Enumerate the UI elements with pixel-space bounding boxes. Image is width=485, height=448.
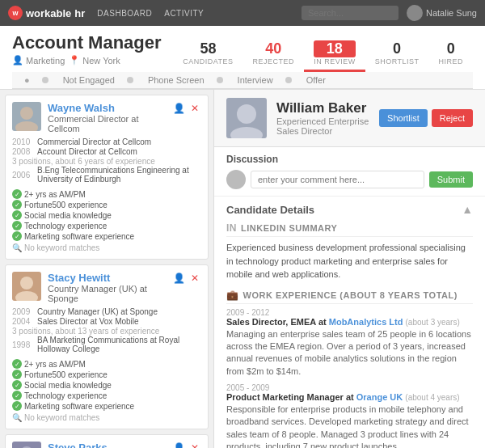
candidate-avatar-2 [12,442,41,448]
work-entry-1: 2005 - 2009 Product Marketing Manager at… [226,383,473,448]
linkedin-icon: in [226,222,237,234]
stat-hired-number: 0 [438,40,463,57]
comment-avatar [226,170,246,189]
stat-rejected[interactable]: 40 Rejected [243,36,305,72]
tags-1: ✓2+ yrs as AM/PM ✓Fortune500 experience … [12,359,134,411]
filter-icon: ● [24,75,30,85]
stat-rejected-label: Rejected [253,57,295,66]
page-title-section: Account Manager 👤 Marketing 📍 New York [12,32,162,66]
stat-inreview-number: 18 [314,40,356,57]
stat-shortlist[interactable]: 0 Shortlist [365,36,429,72]
breadcrumb: 👤 Marketing 📍 New York [12,55,162,66]
experience-list-0: 2010Commercial Director at Cellcom 2008A… [12,137,201,184]
tag-dot-1-1: ✓ [12,370,22,379]
logo-icon: w [8,6,23,20]
candidate-header-0: Wayne Walsh Commercial Director at Cellc… [12,102,201,133]
detail-header: William Baker Experienced Enterprise Sal… [214,90,485,147]
candidate-info-0: Wayne Walsh Commercial Director at Cellc… [48,102,166,133]
linkedin-title: in LinkedIn Summary [226,222,473,237]
comment-input[interactable] [251,171,424,188]
candidate-list: Wayne Walsh Commercial Director at Cellc… [0,90,214,448]
tag-dot-1-0: ✓ [12,359,22,369]
work-dates-1: 2005 - 2009 [226,383,473,392]
stat-inreview[interactable]: 18 In Review [304,36,365,72]
stat-hired-label: Hired [438,57,463,66]
filter-interview[interactable]: Interview [238,75,273,85]
filter-phone-screen[interactable]: Phone Screen [148,75,205,85]
candidate-info-1: Stacy Hewitt Country Manager (UK) at Spo… [48,272,166,303]
add-candidate-1[interactable]: 👤 [172,272,185,285]
tag-dot-1-4: ✓ [12,401,22,411]
briefcase-icon: 💼 [226,290,239,301]
filter-phone-screen-dot [127,77,133,83]
nav-left: w workablehr Dashboard Activity [8,6,204,20]
tag-1-4: ✓Marketing software experience [12,401,134,411]
candidate-info-2: Steve Parks Head of Enterprise Sales at … [48,442,166,448]
shortlist-button[interactable]: Shortlist [379,109,428,127]
discussion-section: Discussion Submit [214,147,485,197]
tag-1-0: ✓2+ yrs as AM/PM [12,359,134,369]
filter-offer-dot [285,77,292,83]
tag-0-2: ✓Social media knowledge [12,210,134,220]
work-title-0: Sales Director, EMEA at MobAnalytics Ltd… [226,317,473,327]
candidate-title-0: Commercial Director at Cellcom [48,114,166,133]
detail-name-section: William Baker Experienced Enterprise Sal… [276,100,369,136]
detail-buttons: Shortlist Reject [379,109,473,127]
exp-item-0-0: 2010Commercial Director at Cellcom [12,137,201,146]
svg-point-8 [237,104,256,124]
nav-activity[interactable]: Activity [164,9,204,18]
candidate-detail-panel: William Baker Experienced Enterprise Sal… [214,90,485,448]
collapse-icon[interactable]: ▲ [462,203,473,216]
edu-item-1-0: 1998BA Marketing Communications at Royal… [12,336,201,353]
svg-point-3 [15,291,38,301]
stat-candidates[interactable]: 58 Candidates [173,36,242,72]
work-company-1: Orange UK [356,392,403,402]
remove-candidate-1[interactable]: ✕ [188,272,201,285]
tag-dot-1-3: ✓ [12,391,22,400]
tag-1-1: ✓Fortune500 experience [12,370,134,379]
page-header: Account Manager 👤 Marketing 📍 New York 5… [0,26,485,90]
submit-comment-button[interactable]: Submit [429,171,473,188]
details-header-row: Candidate Details ▲ [226,203,473,216]
detail-subtitle: Experienced Enterprise Sales Director [276,116,369,136]
add-candidate-2[interactable]: 👤 [172,442,185,448]
nav-dashboard[interactable]: Dashboard [97,9,152,18]
svg-point-0 [20,107,33,120]
discussion-title: Discussion [226,154,473,165]
filter-interview-dot [217,77,223,83]
page-title: Account Manager [12,32,162,53]
candidate-actions-0: 👤 ✕ [172,102,201,115]
candidate-card-2[interactable]: Steve Parks Head of Enterprise Sales at … [5,434,209,448]
candidate-avatar-0 [12,102,41,131]
filter-not-engaged[interactable]: Not Engaged [63,75,115,85]
no-match-1: 🔍No keyword matches [12,413,201,422]
logo[interactable]: w workablehr [8,6,85,20]
svg-point-1 [15,121,38,131]
candidate-header-1: Stacy Hewitt Country Manager (UK) at Spo… [12,272,201,303]
linkedin-section: in LinkedIn Summary Experienced business… [226,222,473,281]
user-name: Natalie Sung [426,8,477,18]
candidate-card-1[interactable]: Stacy Hewitt Country Manager (UK) at Spo… [5,264,209,429]
candidate-details: Candidate Details ▲ in LinkedIn Summary … [214,197,485,448]
candidate-card-0[interactable]: Wayne Walsh Commercial Director at Cellc… [5,95,209,260]
tag-dot-0-3: ✓ [12,221,22,230]
reject-button[interactable]: Reject [432,109,473,127]
remove-candidate-2[interactable]: ✕ [188,442,201,448]
stat-hired[interactable]: 0 Hired [428,36,473,72]
breadcrumb-category: 👤 Marketing [12,55,65,66]
candidate-name-0: Wayne Walsh [48,102,166,114]
stat-inreview-label: In Review [314,57,356,66]
stats-bar: 58 Candidates 40 Rejected 18 In Review 0… [173,36,473,72]
remove-candidate-0[interactable]: ✕ [188,102,201,115]
tag-0-1: ✓Fortune500 experience [12,200,134,209]
detail-avatar [226,98,267,138]
filter-not-engaged-dot [42,77,48,83]
exp-total-0: 3 positions, about 6 years of experience [12,157,201,166]
exp-item-1-1: 2004Sales Director at Vox Mobile [12,317,201,326]
search-input[interactable] [302,6,399,20]
experience-list-1: 2009Country Manager (UK) at Sponge 2004S… [12,307,201,353]
breadcrumb-location: 📍 New York [69,55,120,66]
add-candidate-0[interactable]: 👤 [172,102,185,115]
linkedin-text: Experienced business development profess… [226,241,473,281]
filter-offer[interactable]: Offer [306,75,326,85]
